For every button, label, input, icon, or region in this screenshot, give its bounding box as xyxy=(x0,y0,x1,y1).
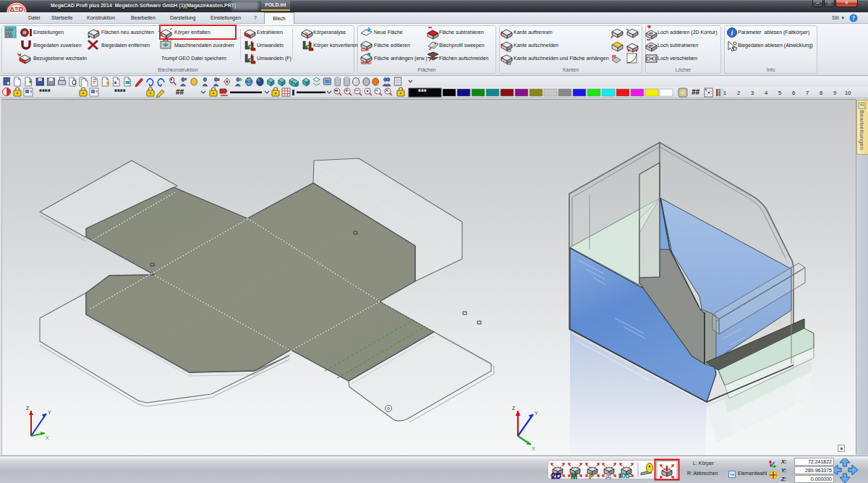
svg-text:Y: Y xyxy=(535,411,538,416)
svg-text:7: 7 xyxy=(806,90,809,96)
svg-text:X: X xyxy=(532,446,535,451)
svg-text:DXF: DXF xyxy=(618,472,632,479)
svg-text:6: 6 xyxy=(792,90,795,96)
svg-text:****: **** xyxy=(39,88,51,96)
svg-text:Z: Z xyxy=(26,406,30,411)
svg-text:A: A xyxy=(605,471,611,480)
svg-text:Z: Z xyxy=(512,406,516,411)
svg-text:8: 8 xyxy=(820,90,822,96)
svg-text:9: 9 xyxy=(833,90,836,96)
svg-text:##: ## xyxy=(176,88,184,96)
svg-text:P: P xyxy=(589,471,594,480)
svg-text:EDIT: EDIT xyxy=(361,48,369,52)
svg-text:10: 10 xyxy=(845,90,851,96)
svg-text:?: ? xyxy=(852,15,855,22)
svg-text:CAD: CAD xyxy=(6,35,13,38)
svg-text:2: 2 xyxy=(737,90,740,96)
svg-text:1: 1 xyxy=(723,90,726,96)
svg-text:M: M xyxy=(571,471,577,480)
svg-text:?: ? xyxy=(305,31,308,38)
svg-text:i: i xyxy=(731,29,733,37)
svg-text:##: ## xyxy=(692,88,700,96)
svg-text:***: *** xyxy=(418,88,427,96)
svg-text:5: 5 xyxy=(778,90,781,96)
svg-text:4: 4 xyxy=(765,90,767,96)
svg-text:2D: 2D xyxy=(551,471,561,480)
svg-text:X: X xyxy=(46,435,49,440)
svg-text:3: 3 xyxy=(751,90,754,96)
svg-text:Y: Y xyxy=(48,410,51,415)
svg-text:MENU: MENU xyxy=(361,61,372,65)
svg-text:****: **** xyxy=(114,88,126,96)
